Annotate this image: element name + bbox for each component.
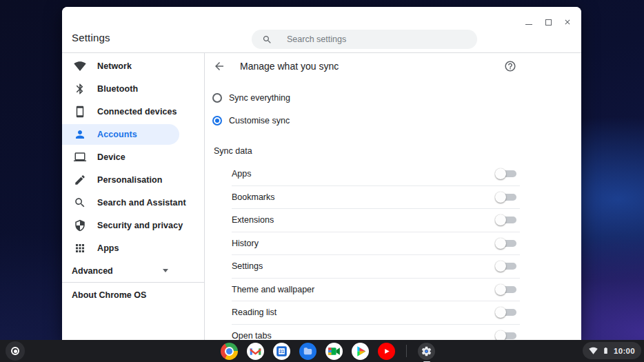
sidebar-item-network[interactable]: Network: [62, 54, 204, 77]
toggle-open-tabs[interactable]: [495, 330, 517, 340]
sidebar-item-connected-devices[interactable]: Connected devices: [62, 100, 204, 123]
toggle-row-reading-list: Reading list: [232, 301, 520, 324]
sidebar-item-apps[interactable]: Apps: [62, 237, 204, 259]
sidebar-item-label: Personalisation: [97, 175, 163, 185]
toggle-label: Bookmarks: [232, 192, 275, 202]
wifi-icon: [74, 60, 86, 72]
battery-icon: [602, 346, 610, 355]
settings-shelf-app[interactable]: [418, 343, 435, 360]
toggle-row-bookmarks: Bookmarks: [232, 185, 520, 209]
calendar-icon: 31: [273, 343, 290, 360]
sidebar-item-personalisation[interactable]: Personalisation: [62, 168, 204, 191]
wifi-icon: [589, 346, 598, 355]
sidebar-item-label: Security and privacy: [97, 221, 183, 230]
minimize-icon: [525, 24, 532, 25]
shelf: 31 10:00: [0, 340, 644, 362]
play-icon: [352, 343, 369, 360]
sidebar-item-label: Search and Assistant: [97, 198, 186, 208]
files-shelf-app[interactable]: [299, 343, 316, 360]
search-icon: [74, 197, 86, 209]
youtube-shelf-app[interactable]: [378, 343, 395, 360]
gmail-icon: [247, 343, 264, 360]
back-button[interactable]: [213, 60, 225, 72]
settings-icon: [418, 343, 435, 360]
smartphone-icon: [74, 105, 86, 118]
sidebar-item-label: Connected devices: [97, 107, 177, 117]
shield-icon: [74, 219, 86, 232]
sidebar-item-security-and-privacy[interactable]: Security and privacy: [62, 214, 204, 237]
radio-sync-everything[interactable]: [212, 93, 222, 103]
toggle-row-apps: Apps: [232, 162, 520, 185]
sidebar-item-about-chrome-os[interactable]: About Chrome OS: [62, 283, 204, 308]
laptop-icon: [74, 151, 86, 163]
toggle-label: Extensions: [232, 215, 274, 225]
search-placeholder: Search settings: [287, 34, 346, 44]
toggle-label: Reading list: [232, 308, 276, 317]
person-icon: [74, 128, 86, 141]
minimize-button[interactable]: [523, 17, 534, 28]
launcher-icon: [11, 347, 19, 355]
radio-customise-sync[interactable]: [212, 116, 222, 125]
content-header: Manage what you sync: [205, 53, 581, 79]
sidebar-item-advanced[interactable]: Advanced: [62, 259, 204, 282]
advanced-label: Advanced: [72, 266, 113, 276]
help-button[interactable]: [504, 60, 516, 72]
sidebar-item-search-and-assistant[interactable]: Search and Assistant: [62, 191, 204, 214]
launcher-button[interactable]: [6, 341, 25, 361]
play-shelf-app[interactable]: [352, 343, 369, 360]
toggle-theme-and-wallpaper[interactable]: [495, 284, 517, 295]
search-input[interactable]: Search settings: [252, 30, 477, 49]
close-icon: [563, 18, 572, 26]
sidebar-item-label: Device: [97, 152, 125, 162]
toggle-history[interactable]: [495, 238, 517, 249]
sidebar-item-accounts[interactable]: Accounts: [62, 124, 179, 145]
bluetooth-icon: [74, 83, 86, 95]
page-title: Settings: [72, 32, 110, 43]
toggle-label: Settings: [232, 261, 263, 271]
maximize-icon: [545, 19, 552, 26]
radio-label: Customise sync: [229, 116, 290, 125]
sidebar-item-label: Accounts: [97, 130, 137, 139]
about-label: About Chrome OS: [72, 290, 146, 300]
close-button[interactable]: [562, 17, 573, 28]
calendar-shelf-app[interactable]: 31: [273, 343, 290, 360]
sync-data-list: AppsBookmarksExtensionsHistorySettingsTh…: [205, 162, 581, 340]
toggle-label: Open tabs: [232, 331, 272, 340]
toggle-bookmarks[interactable]: [495, 192, 517, 203]
toggle-row-settings: Settings: [232, 254, 520, 278]
toggle-extensions[interactable]: [495, 214, 517, 225]
content-title: Manage what you sync: [240, 61, 339, 72]
chrome-shelf-app[interactable]: [221, 343, 238, 360]
sidebar-item-bluetooth[interactable]: Bluetooth: [62, 77, 204, 100]
sidebar-item-label: Apps: [97, 243, 119, 253]
toggle-row-theme-and-wallpaper: Theme and wallpaper: [232, 278, 520, 301]
toggle-settings[interactable]: [495, 261, 517, 272]
sidebar-item-device[interactable]: Device: [62, 145, 204, 168]
radio-row-customise-sync[interactable]: Customise sync: [205, 109, 581, 132]
toggle-label: History: [232, 239, 259, 248]
chrome-icon: [221, 343, 238, 360]
toggle-row-open-tabs: Open tabs: [232, 324, 520, 341]
gmail-shelf-app[interactable]: [247, 343, 264, 360]
toggle-apps[interactable]: [495, 168, 517, 179]
maximize-button[interactable]: [543, 17, 554, 28]
clock: 10:00: [614, 347, 635, 355]
meet-shelf-app[interactable]: [325, 343, 343, 360]
sync-settings-content: Manage what you sync Sync everythingCust…: [205, 53, 581, 340]
svg-text:31: 31: [279, 349, 285, 354]
youtube-icon: [378, 343, 395, 360]
status-tray[interactable]: 10:00: [583, 342, 641, 359]
pen-icon: [74, 174, 86, 186]
toggle-label: Theme and wallpaper: [232, 285, 314, 294]
window-controls: [523, 17, 573, 28]
sidebar-item-label: Bluetooth: [97, 84, 138, 94]
files-icon: [299, 343, 316, 360]
toggle-row-extensions: Extensions: [232, 208, 520, 232]
toggle-reading-list[interactable]: [495, 307, 517, 318]
help-icon: [504, 60, 516, 72]
radio-row-sync-everything[interactable]: Sync everything: [205, 86, 581, 109]
section-title: Sync data: [214, 141, 581, 161]
chevron-down-icon: [163, 269, 168, 272]
back-arrow-icon: [213, 60, 225, 72]
radio-label: Sync everything: [229, 93, 290, 103]
